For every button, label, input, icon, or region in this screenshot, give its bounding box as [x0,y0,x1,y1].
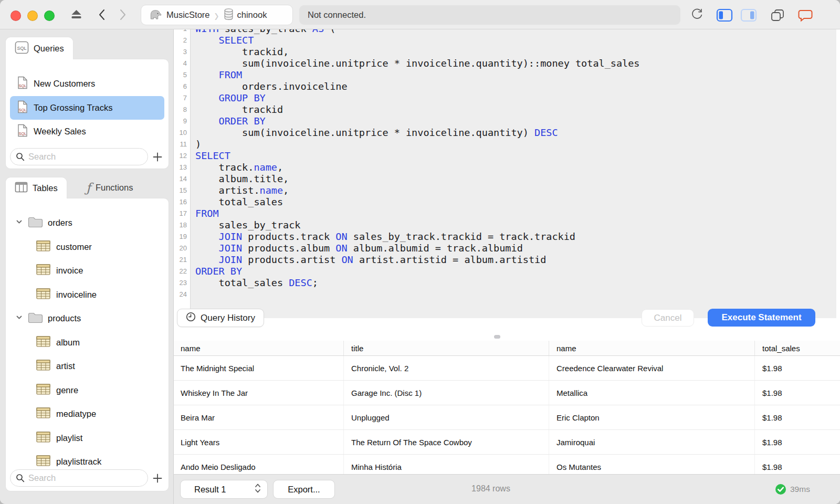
forward-button[interactable] [119,9,127,20]
windows-icon[interactable] [770,8,785,22]
column-header[interactable]: total_sales [755,341,840,355]
toggle-left-sidebar-icon[interactable] [716,8,733,22]
tree-item-label: products [48,313,81,323]
line-number: 15 [173,185,187,196]
line-number: 1 [173,29,187,35]
minimize-window-button[interactable] [27,10,38,21]
queries-search-input[interactable] [10,148,148,165]
table-row[interactable]: The Midnight SpecialChronicle, Vol. 2Cre… [173,356,840,381]
chevron-down-icon[interactable] [15,218,23,228]
query-duration: 39ms [790,485,810,494]
results-body: The Midnight SpecialChronicle, Vol. 2Cre… [173,356,840,479]
search-icon [16,152,25,163]
line-number: 7 [173,92,187,104]
table-icon [36,432,50,445]
tab-tables-label: Tables [33,183,58,193]
line-number: 9 [173,116,187,127]
tables-search-input[interactable] [10,469,148,487]
table-cell: $1.98 [755,356,840,380]
sidebar-item-playlist[interactable]: playlist [6,426,169,450]
refresh-icon[interactable] [690,8,704,22]
sql-keyword: SELECT [195,150,230,161]
bottom-bar: Result 1 Export... 1984 rows 39ms [173,474,840,504]
sidebar-item-top-grossing-tracks[interactable]: SQLTop Grossing Tracks [10,96,164,120]
sql-file-icon: SQL [17,100,28,116]
column-header[interactable]: name [549,341,755,355]
column-header[interactable]: title [344,341,549,355]
line-number: 13 [173,162,187,173]
back-button[interactable] [98,9,106,20]
line-number: 5 [173,69,187,81]
add-table-button[interactable] [151,471,164,485]
code-line: SELECT [195,150,639,162]
sql-badge-icon: SQL [15,41,29,56]
sql-text: , [283,185,289,196]
sidebar-item-invoice[interactable]: invoice [6,259,169,283]
success-check-icon [775,484,786,497]
table-icon [36,288,50,301]
code-line: artist.name, [195,185,639,196]
sql-keyword: GROUP BY [219,92,266,103]
result-selector[interactable]: Result 1 [180,480,268,499]
sidebar: SQL Queries SQLNew CustomersSQLTop Gross… [0,29,173,504]
cancel-button[interactable]: Cancel [642,309,694,327]
sql-text [195,254,219,265]
export-button[interactable]: Export... [273,480,335,499]
zoom-window-button[interactable] [44,10,55,21]
add-query-button[interactable] [151,150,164,164]
editor-results-splitter[interactable] [173,332,840,341]
line-number: 23 [173,277,187,289]
tab-functions[interactable]: ƒ Functions [78,177,141,198]
sidebar-item-customer[interactable]: customer [6,235,169,259]
sidebar-item-invoiceline[interactable]: invoiceline [6,283,169,307]
row-count: 1984 rows [173,484,808,494]
table-row[interactable]: Whiskey In The JarGarage Inc. (Disc 1)Me… [173,381,840,405]
sidebar-item-orders[interactable]: orders [6,211,169,235]
sql-keyword: ON [341,254,353,265]
breadcrumb-database[interactable]: chinook [237,10,267,20]
sql-keyword: SELECT [219,35,254,46]
sidebar-divider[interactable] [173,29,174,504]
sql-text: ( [324,29,335,34]
execute-statement-button[interactable]: Execute Statement [708,309,815,327]
eject-icon[interactable] [70,9,82,20]
sidebar-item-mediatype[interactable]: mediatype [6,402,169,426]
column-header[interactable]: name [173,341,344,355]
line-number-gutter: 123456789101112131415161718192021222324 [173,29,187,300]
tab-queries[interactable]: SQL Queries [5,37,74,59]
code-line: sum(invoiceline.unitprice * invoiceline.… [195,58,639,69]
sql-keyword: ON [335,231,347,242]
sidebar-item-new-customers[interactable]: SQLNew Customers [10,72,164,96]
tab-tables[interactable]: Tables [5,177,67,198]
sidebar-item-artist[interactable]: artist [6,354,169,379]
sql-keyword: DESC [534,127,558,138]
code-line: FROM [195,208,639,219]
splitter-handle[interactable] [494,335,500,339]
query-history-button[interactable]: Query History [177,309,264,327]
sql-text: total_sales [195,196,283,207]
breadcrumb-server[interactable]: MusicStore [166,10,210,20]
sidebar-item-products[interactable]: products [6,307,169,331]
sidebar-item-genre[interactable]: genre [6,379,169,403]
code-line: total_sales DESC; [195,277,639,289]
sql-editor[interactable]: 123456789101112131415161718192021222324 … [173,29,840,332]
code-line: album.title, [195,173,639,185]
table-cell: Jamiroquai [549,430,755,454]
code-line: track.name, [195,162,639,173]
search-icon [16,474,25,485]
feedback-chat-icon[interactable] [797,9,813,22]
sidebar-item-weekly-sales[interactable]: SQLWeekly Sales [10,120,164,144]
folder-icon [27,216,44,230]
chevron-down-icon[interactable] [15,313,23,323]
code-line: total_sales [195,196,639,208]
table-cell: Garage Inc. (Disc 1) [344,381,549,405]
close-window-button[interactable] [10,10,21,21]
table-row[interactable]: Light YearsThe Return Of The Space Cowbo… [173,430,840,455]
sql-keyword: ON [335,243,347,254]
sidebar-item-album[interactable]: album [6,331,169,355]
toggle-right-sidebar-icon[interactable] [740,8,757,22]
line-number: 3 [173,46,187,58]
sql-text [195,69,219,80]
sql-keyword: DESC [289,277,312,288]
table-row[interactable]: Beira MarUnpluggedEric Clapton$1.98 [173,405,840,430]
